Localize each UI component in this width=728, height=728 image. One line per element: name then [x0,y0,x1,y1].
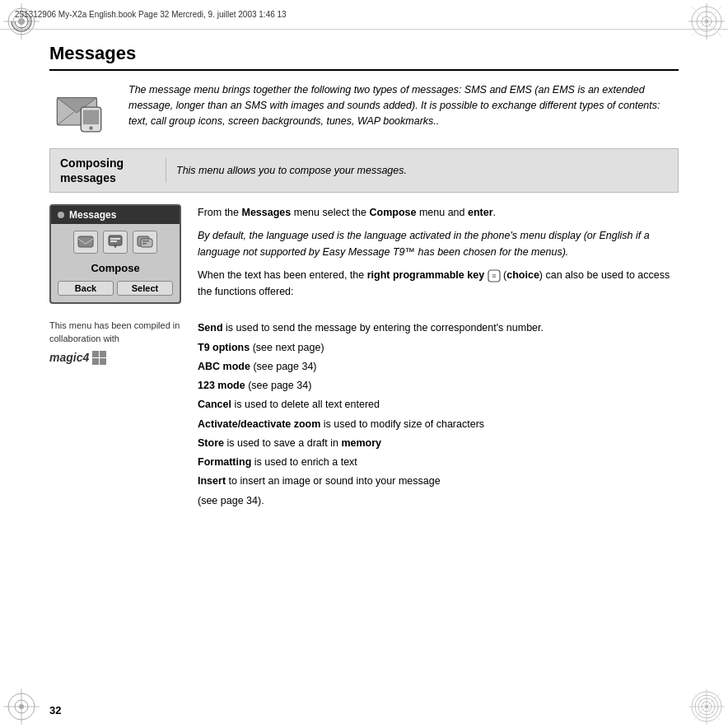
corner-decoration-tl [3,3,40,40]
phone-screen-image: Messages [49,204,181,304]
sidebar-note: This menu has been compiled in collabora… [49,320,181,511]
function-formatting: Formatting is used to enrich a text [198,454,679,471]
function-123: 123 mode (see page 34) [198,377,679,394]
magic4-text: magic4 [49,350,89,366]
phone-buttons-row: Back Select [58,281,173,296]
phone-icon-1 [73,231,98,254]
envelope-icon-wrapper [49,82,115,135]
bottom-section: This menu has been compiled in collabora… [49,320,679,511]
function-cancel-text: is used to delete all text entered [234,399,380,410]
function-abc-bold: ABC mode [198,361,250,372]
phone-title-dot [58,212,64,218]
function-formatting-text: is used to enrich a text [254,456,357,468]
function-send-bold: Send [198,322,223,334]
phone-icon-2 [103,231,128,254]
intro-section: The message menu brings together the fol… [49,82,679,135]
function-insert: Insert to insert an image or sound into … [198,473,679,490]
compose-bold: Compose [369,207,416,218]
magic4-sq-1 [92,351,99,357]
header-text: 251312906 My-X2a English.book Page 32 Me… [15,10,287,19]
function-abc-text: (see page 34) [253,361,316,372]
svg-text:≡: ≡ [492,272,496,280]
main-content: Messages The message menu brings togethe… [49,30,679,687]
function-store-text: is used to save a draft in [226,437,341,449]
corner-decoration-tr [688,3,725,40]
magic4-sq-4 [100,358,106,365]
choice-icon: ≡ [488,269,501,282]
svg-rect-43 [142,240,149,242]
svg-marker-40 [114,245,117,248]
magic4-squares [92,351,106,365]
function-insert-text: to insert an image or sound into your me… [229,475,441,487]
compiled-text-content: This menu has been compiled in collabora… [49,320,180,343]
function-zoom-text: is used to modify size of characters [324,418,484,430]
function-t9-bold: T9 options [198,342,250,353]
function-t9: T9 options (see next page) [198,339,679,357]
messages-bold: Messages [242,207,292,218]
corner-decoration-bl [3,688,40,725]
phone-title-bar: Messages [51,206,180,224]
function-insert-see: (see page 34). [198,492,679,510]
enter-bold: enter [468,207,493,218]
svg-rect-34 [78,236,93,247]
svg-point-33 [89,126,92,129]
page-number: 32 [49,704,61,716]
compose-section: Messages [49,204,679,306]
compose-paragraph-1: From the Messages menu select the Compos… [198,204,679,221]
function-abc: ABC mode (see page 34) [198,358,679,376]
function-insert-bold: Insert [198,475,226,487]
page-title: Messages [49,30,679,71]
phone-title-text: Messages [69,209,116,221]
magic4-sq-2 [100,351,106,357]
function-zoom: Activate/deactivate zoom is used to modi… [198,416,679,433]
envelope-icon [54,86,111,135]
function-store-memory-bold: memory [341,437,381,449]
right-key-bold: right programmable key [367,269,484,281]
composing-header: Composingmessages This menu allows you t… [49,148,679,193]
corner-decoration-br [688,688,725,725]
function-send: Send is used to send the message by ente… [198,320,679,337]
compose-paragraph-2: By default, the language used is the lan… [198,227,679,260]
intro-text: The message menu brings together the fol… [128,82,679,128]
function-formatting-bold: Formatting [198,456,251,468]
svg-rect-44 [142,243,147,245]
compiled-text: This menu has been compiled in collabora… [49,320,181,345]
phone-screen: Messages [49,204,181,306]
composing-title: Composingmessages [50,149,166,192]
phone-screen-body: Compose Back Select [51,224,180,302]
svg-rect-32 [83,110,99,125]
magic4-logo: magic4 [49,350,181,366]
function-send-text: is used to send the message by entering … [226,322,544,334]
function-insert-see-text: (see page 34). [198,495,264,506]
top-bar: 251312906 My-X2a English.book Page 32 Me… [0,0,728,30]
function-cancel-bold: Cancel [198,399,231,410]
magic4-sq-3 [92,358,99,365]
phone-icon-3 [133,231,157,254]
phone-compose-text: Compose [58,259,173,278]
function-123-bold: 123 mode [198,380,245,391]
phone-icons-row [58,231,173,254]
functions-list: Send is used to send the message by ente… [198,320,679,511]
choice-bold: choice [506,269,539,281]
function-cancel: Cancel is used to delete all text entere… [198,396,679,413]
composing-subtitle: This menu allows you to compose your mes… [166,158,678,183]
function-store-bold: Store [198,437,224,449]
phone-select-button: Select [117,281,173,296]
compose-text-column: From the Messages menu select the Compos… [198,204,679,306]
phone-back-button: Back [58,281,114,296]
svg-rect-38 [110,238,120,240]
function-t9-text: (see next page) [253,342,324,353]
function-zoom-bold: Activate/deactivate zoom [198,418,320,430]
function-123-text: (see page 34) [248,380,311,391]
function-store: Store is used to save a draft in memory [198,435,679,452]
svg-rect-39 [110,240,117,242]
compose-paragraph-3: When the text has been entered, the righ… [198,267,679,300]
composing-title-text: Composingmessages [60,156,124,184]
